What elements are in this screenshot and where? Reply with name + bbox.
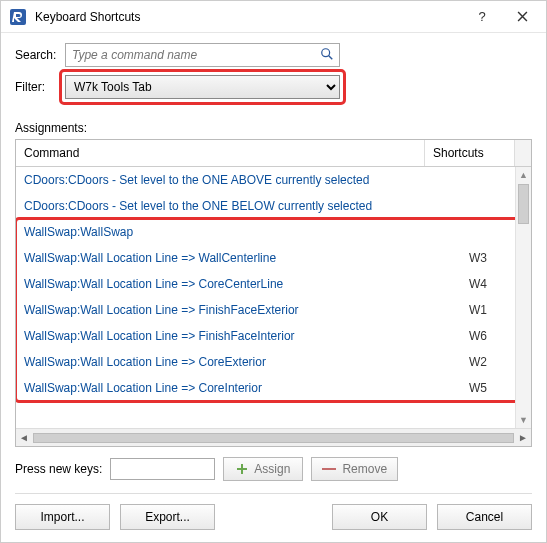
table-header: Command Shortcuts [16,140,531,167]
command-cell: WallSwap:WallSwap [24,225,433,239]
export-button[interactable]: Export... [120,504,215,530]
scroll-thumb[interactable] [518,184,529,224]
search-label: Search: [15,48,65,62]
filter-select[interactable]: W7k Tools Tab [65,75,340,99]
import-button[interactable]: Import... [15,504,110,530]
table-row[interactable]: WallSwap:Wall Location Line => CoreInter… [16,375,531,401]
column-shortcuts[interactable]: Shortcuts [425,140,515,166]
titlebar: Keyboard Shortcuts ? [1,1,546,33]
help-button[interactable]: ? [462,2,502,32]
vertical-scrollbar[interactable]: ▲ ▼ [515,167,531,428]
assign-button[interactable]: Assign [223,457,303,481]
svg-line-2 [329,56,333,60]
command-cell: CDoors:CDoors - Set level to the ONE ABO… [24,173,433,187]
table-row[interactable]: WallSwap:WallSwap [16,219,531,245]
command-cell: WallSwap:Wall Location Line => FinishFac… [24,329,433,343]
table-row[interactable]: CDoors:CDoors - Set level to the ONE ABO… [16,167,531,193]
command-cell: WallSwap:Wall Location Line => CoreExter… [24,355,433,369]
remove-button[interactable]: Remove [311,457,398,481]
plus-icon [236,463,248,475]
command-cell: WallSwap:Wall Location Line => WallCente… [24,251,433,265]
shortcut-cell: W6 [433,329,523,343]
svg-rect-4 [237,468,247,470]
ok-button[interactable]: OK [332,504,427,530]
scroll-up-icon[interactable]: ▲ [516,167,531,183]
shortcut-cell: W5 [433,381,523,395]
table-row[interactable]: WallSwap:Wall Location Line => CoreCente… [16,271,531,297]
table-row[interactable]: WallSwap:Wall Location Line => CoreExter… [16,349,531,375]
horizontal-scrollbar[interactable]: ◄ ► [16,428,531,446]
table-row[interactable]: WallSwap:Wall Location Line => FinishFac… [16,297,531,323]
revit-icon [9,8,27,26]
hscroll-thumb[interactable] [33,433,514,443]
assignments-label: Assignments: [15,121,532,135]
command-cell: WallSwap:Wall Location Line => CoreCente… [24,277,433,291]
press-new-keys-label: Press new keys: [15,462,102,476]
shortcuts-table: Command Shortcuts CDoors:CDoors - Set le… [15,139,532,447]
scroll-left-icon[interactable]: ◄ [16,432,32,443]
table-row[interactable]: CDoors:CDoors - Set level to the ONE BEL… [16,193,531,219]
command-cell: CDoors:CDoors - Set level to the ONE BEL… [24,199,433,213]
command-cell: WallSwap:Wall Location Line => CoreInter… [24,381,433,395]
search-input[interactable] [65,43,340,67]
svg-point-1 [322,49,330,57]
filter-label: Filter: [15,80,65,94]
scroll-down-icon[interactable]: ▼ [516,412,531,428]
dialog-title: Keyboard Shortcuts [35,10,462,24]
command-cell: WallSwap:Wall Location Line => FinishFac… [24,303,433,317]
cancel-button[interactable]: Cancel [437,504,532,530]
close-button[interactable] [502,2,542,32]
shortcut-cell: W2 [433,355,523,369]
table-row[interactable]: WallSwap:Wall Location Line => FinishFac… [16,323,531,349]
scroll-right-icon[interactable]: ► [515,432,531,443]
search-icon[interactable] [320,47,334,64]
keyboard-shortcuts-dialog: Keyboard Shortcuts ? Search: Filter: W7k… [0,0,547,543]
shortcut-cell: W1 [433,303,523,317]
shortcut-cell: W3 [433,251,523,265]
minus-icon [322,468,336,470]
shortcut-cell: W4 [433,277,523,291]
table-row[interactable]: WallSwap:Wall Location Line => WallCente… [16,245,531,271]
column-command[interactable]: Command [16,140,425,166]
column-spacer [515,140,531,166]
press-new-keys-input[interactable] [110,458,215,480]
